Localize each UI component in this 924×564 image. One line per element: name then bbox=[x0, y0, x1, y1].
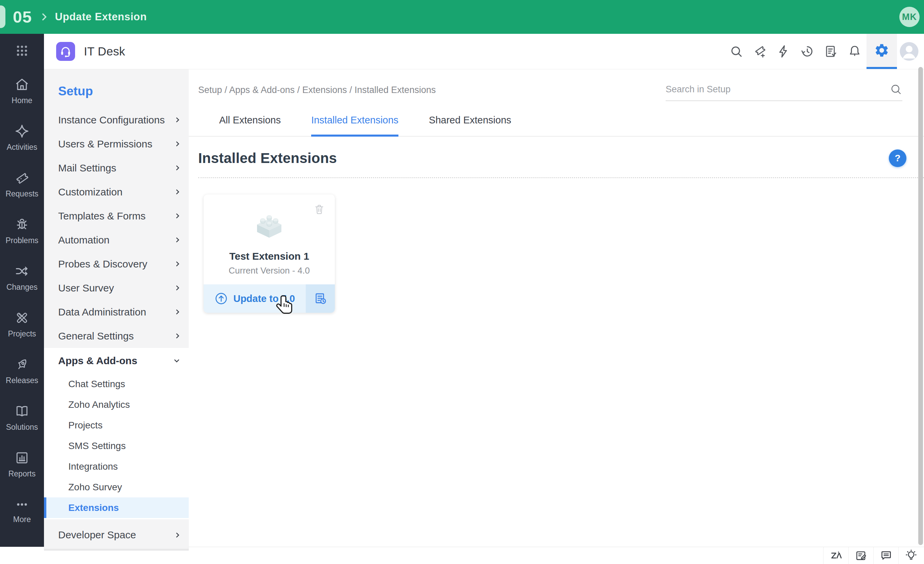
zia-button[interactable] bbox=[823, 547, 848, 564]
rail-item-changes[interactable]: Changes bbox=[0, 254, 44, 301]
setup-subitem-extensions-active[interactable]: Extensions bbox=[44, 497, 189, 518]
app-header: IT Desk bbox=[44, 34, 924, 69]
rail-item-projects[interactable]: Projects bbox=[0, 301, 44, 348]
help-button[interactable]: ? bbox=[889, 150, 906, 167]
setup-main-section: Setup Instance Configurations Users & Pe… bbox=[44, 69, 189, 348]
setup-item-mail-settings[interactable]: Mail Settings bbox=[44, 156, 189, 180]
setup-subitem-label: Zoho Analytics bbox=[68, 399, 130, 410]
history-button[interactable] bbox=[795, 34, 819, 69]
setup-search-box bbox=[666, 83, 902, 101]
rail-label: Releases bbox=[6, 376, 38, 385]
tab-installed-extensions-active[interactable]: Installed Extensions bbox=[311, 115, 398, 136]
setup-item-user-survey[interactable]: User Survey bbox=[44, 276, 189, 300]
setup-subitem-projects[interactable]: Projects bbox=[44, 415, 189, 435]
breadcrumb[interactable]: Setup / Apps & Add-ons / Extensions / In… bbox=[198, 83, 436, 95]
chevron-right-icon bbox=[174, 261, 180, 267]
developer-space-section: Developer Space bbox=[44, 519, 189, 550]
user-initials-avatar[interactable]: MK bbox=[899, 7, 920, 27]
trash-icon bbox=[313, 203, 326, 215]
comment-icon bbox=[880, 549, 892, 562]
chevron-right-icon bbox=[174, 213, 180, 219]
apps-addons-section: Apps & Add-ons Chat Settings Zoho Analyt… bbox=[44, 348, 189, 519]
setup-item-developer-space[interactable]: Developer Space bbox=[44, 519, 189, 550]
tab-all-extensions[interactable]: All Extensions bbox=[219, 115, 281, 136]
setup-item-general-settings[interactable]: General Settings bbox=[44, 324, 189, 348]
setup-item-label: Customization bbox=[58, 186, 122, 198]
setup-item-users-permissions[interactable]: Users & Permissions bbox=[44, 132, 189, 156]
setup-item-instance-configurations[interactable]: Instance Configurations bbox=[44, 108, 189, 132]
rail-item-reports[interactable]: Reports bbox=[0, 441, 44, 488]
setup-item-label: Users & Permissions bbox=[58, 138, 152, 150]
book-icon bbox=[15, 404, 29, 418]
apps-grid-button[interactable] bbox=[15, 34, 29, 68]
global-search-button[interactable] bbox=[724, 34, 748, 69]
setup-item-templates-forms[interactable]: Templates & Forms bbox=[44, 204, 189, 228]
lightning-icon bbox=[777, 44, 791, 58]
extension-card: Test Extension 1 Current Version - 4.0 U… bbox=[204, 194, 335, 313]
extensions-tabs: All Extensions Installed Extensions Shar… bbox=[189, 115, 924, 136]
setup-item-automation[interactable]: Automation bbox=[44, 228, 189, 252]
chevron-right-icon bbox=[174, 285, 180, 291]
setup-item-label: User Survey bbox=[58, 282, 114, 294]
upload-circle-icon bbox=[214, 292, 228, 305]
chat-button[interactable] bbox=[873, 547, 898, 564]
setup-item-customization[interactable]: Customization bbox=[44, 180, 189, 204]
feedback-edit-button[interactable] bbox=[848, 547, 873, 564]
rail-item-solutions[interactable]: Solutions bbox=[0, 394, 44, 441]
document-clock-icon bbox=[313, 291, 327, 306]
add-ticket-button[interactable] bbox=[748, 34, 772, 69]
setup-title: Setup bbox=[58, 84, 189, 98]
setup-subitem-label: Zoho Survey bbox=[68, 482, 122, 493]
tab-shared-extensions[interactable]: Shared Extensions bbox=[429, 115, 511, 136]
rail-item-requests[interactable]: Requests bbox=[0, 161, 44, 208]
rail-item-releases[interactable]: Releases bbox=[0, 348, 44, 394]
setup-item-label: Developer Space bbox=[58, 529, 136, 541]
setup-item-label: Instance Configurations bbox=[58, 114, 165, 126]
extension-title: Test Extension 1 bbox=[204, 250, 335, 262]
page-title: Installed Extensions bbox=[198, 150, 337, 166]
update-extension-button[interactable]: Update to 5.0 bbox=[204, 284, 306, 313]
setup-item-probes-discovery[interactable]: Probes & Discovery bbox=[44, 252, 189, 276]
rail-label: Requests bbox=[5, 189, 38, 198]
setup-gear-button-active[interactable] bbox=[867, 34, 897, 69]
rail-item-activities[interactable]: Activities bbox=[0, 114, 44, 161]
setup-subitem-label: Chat Settings bbox=[68, 379, 125, 390]
rail-item-problems[interactable]: Problems bbox=[0, 208, 44, 254]
notifications-button[interactable] bbox=[843, 34, 867, 69]
approvals-button[interactable] bbox=[819, 34, 843, 69]
setup-subitem-sms-settings[interactable]: SMS Settings bbox=[44, 435, 189, 456]
task-title: Update Extension bbox=[55, 11, 147, 23]
chevron-right-icon bbox=[174, 532, 180, 538]
chevron-right-icon bbox=[174, 333, 180, 339]
more-dots-icon bbox=[15, 498, 28, 511]
gear-icon bbox=[874, 43, 890, 58]
rail-item-more[interactable]: More bbox=[0, 488, 44, 534]
rail-item-home[interactable]: Home bbox=[0, 68, 44, 114]
chevron-right-icon bbox=[174, 237, 180, 243]
profile-avatar[interactable] bbox=[899, 41, 919, 62]
vertical-scrollbar[interactable] bbox=[918, 67, 923, 545]
rocket-icon bbox=[15, 357, 29, 372]
chevron-right-icon bbox=[174, 141, 180, 147]
chevron-right-icon bbox=[174, 165, 180, 171]
search-icon bbox=[729, 44, 743, 58]
setup-item-apps-addons[interactable]: Apps & Add-ons bbox=[44, 348, 189, 374]
chevron-right-icon bbox=[174, 309, 180, 315]
bell-icon bbox=[848, 44, 862, 58]
headset-icon bbox=[59, 45, 72, 58]
main-content: Setup / Apps & Add-ons / Extensions / In… bbox=[189, 69, 924, 547]
apps-grid-icon bbox=[15, 44, 29, 57]
setup-subitem-integrations[interactable]: Integrations bbox=[44, 456, 189, 477]
ideas-button[interactable] bbox=[898, 547, 923, 564]
update-history-button[interactable] bbox=[306, 284, 335, 313]
uninstall-extension-button[interactable] bbox=[313, 203, 326, 217]
quick-actions-button[interactable] bbox=[772, 34, 795, 69]
it-desk-logo bbox=[56, 42, 75, 61]
setup-subitem-chat-settings[interactable]: Chat Settings bbox=[44, 374, 189, 394]
rail-label: Changes bbox=[6, 283, 38, 292]
setup-search-input[interactable] bbox=[666, 84, 890, 94]
search-icon[interactable] bbox=[890, 83, 902, 96]
setup-item-data-administration[interactable]: Data Administration bbox=[44, 300, 189, 324]
setup-subitem-zoho-survey[interactable]: Zoho Survey bbox=[44, 477, 189, 497]
setup-subitem-zoho-analytics[interactable]: Zoho Analytics bbox=[44, 394, 189, 415]
